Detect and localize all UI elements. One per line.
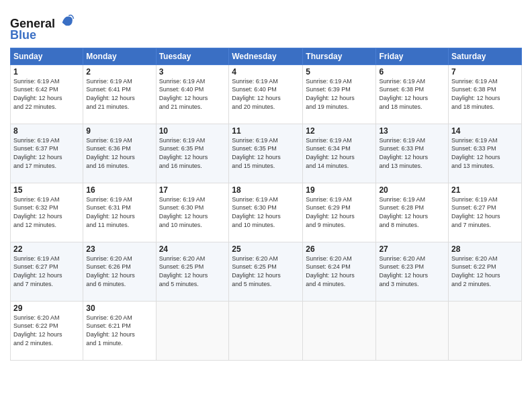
calendar-table: SundayMondayTuesdayWednesdayThursdayFrid… [10,48,522,361]
day-info: Sunrise: 6:19 AM Sunset: 6:27 PM Dayligh… [13,255,80,288]
calendar-cell: 17Sunrise: 6:19 AM Sunset: 6:30 PM Dayli… [156,183,229,242]
day-info: Sunrise: 6:20 AM Sunset: 6:25 PM Dayligh… [232,255,300,288]
day-number: 9 [86,126,152,136]
calendar-cell: 15Sunrise: 6:19 AM Sunset: 6:32 PM Dayli… [11,183,83,242]
day-number: 22 [13,244,80,254]
calendar-cell: 20Sunrise: 6:19 AM Sunset: 6:28 PM Dayli… [376,183,449,242]
day-header-sunday: Sunday [11,48,83,64]
day-info: Sunrise: 6:19 AM Sunset: 6:28 PM Dayligh… [379,195,445,229]
day-header-monday: Monday [83,48,156,64]
day-info: Sunrise: 6:19 AM Sunset: 6:33 PM Dayligh… [379,136,445,170]
day-number: 3 [159,67,226,77]
day-info: Sunrise: 6:19 AM Sunset: 6:35 PM Dayligh… [232,136,300,170]
calendar-week-row: 15Sunrise: 6:19 AM Sunset: 6:32 PM Dayli… [11,183,522,242]
day-number: 24 [159,244,226,254]
calendar-cell: 12Sunrise: 6:19 AM Sunset: 6:34 PM Dayli… [303,124,376,183]
day-info: Sunrise: 6:19 AM Sunset: 6:30 PM Dayligh… [159,195,226,229]
day-number: 4 [232,67,300,77]
day-number: 30 [86,304,152,313]
day-number: 21 [451,185,519,195]
calendar-cell: 11Sunrise: 6:19 AM Sunset: 6:35 PM Dayli… [229,124,303,183]
calendar-cell [156,301,229,360]
calendar-cell: 5Sunrise: 6:19 AM Sunset: 6:39 PM Daylig… [303,64,376,124]
calendar-body: 1Sunrise: 6:19 AM Sunset: 6:42 PM Daylig… [11,64,522,360]
calendar-cell: 9Sunrise: 6:19 AM Sunset: 6:36 PM Daylig… [83,124,156,183]
calendar-cell: 23Sunrise: 6:20 AM Sunset: 6:26 PM Dayli… [83,242,156,301]
calendar-cell: 19Sunrise: 6:19 AM Sunset: 6:29 PM Dayli… [303,183,376,242]
day-info: Sunrise: 6:19 AM Sunset: 6:36 PM Dayligh… [86,136,152,170]
calendar-cell: 25Sunrise: 6:20 AM Sunset: 6:25 PM Dayli… [229,242,303,301]
calendar-cell: 10Sunrise: 6:19 AM Sunset: 6:35 PM Dayli… [156,124,229,183]
logo-icon [60,13,75,28]
calendar-cell: 26Sunrise: 6:20 AM Sunset: 6:24 PM Dayli… [303,242,376,301]
day-header-friday: Friday [376,48,449,64]
day-info: Sunrise: 6:20 AM Sunset: 6:25 PM Dayligh… [159,255,226,288]
day-number: 7 [451,67,519,77]
calendar-cell: 4Sunrise: 6:19 AM Sunset: 6:40 PM Daylig… [229,64,303,124]
day-info: Sunrise: 6:19 AM Sunset: 6:40 PM Dayligh… [232,77,300,111]
day-number: 16 [86,185,152,195]
day-header-wednesday: Wednesday [229,48,303,64]
calendar-cell: 2Sunrise: 6:19 AM Sunset: 6:41 PM Daylig… [83,64,156,124]
day-info: Sunrise: 6:19 AM Sunset: 6:37 PM Dayligh… [13,136,80,170]
calendar-header-row: SundayMondayTuesdayWednesdayThursdayFrid… [11,48,522,64]
day-info: Sunrise: 6:20 AM Sunset: 6:26 PM Dayligh… [86,255,152,288]
day-info: Sunrise: 6:19 AM Sunset: 6:41 PM Dayligh… [86,77,152,111]
day-number: 5 [306,67,373,77]
day-info: Sunrise: 6:19 AM Sunset: 6:35 PM Dayligh… [159,136,226,170]
calendar-cell: 21Sunrise: 6:19 AM Sunset: 6:27 PM Dayli… [449,183,522,242]
calendar-cell: 6Sunrise: 6:19 AM Sunset: 6:38 PM Daylig… [376,64,449,124]
day-info: Sunrise: 6:19 AM Sunset: 6:27 PM Dayligh… [451,195,519,229]
day-info: Sunrise: 6:20 AM Sunset: 6:24 PM Dayligh… [306,255,373,288]
day-number: 1 [13,67,80,77]
day-number: 25 [232,244,300,254]
day-info: Sunrise: 6:20 AM Sunset: 6:22 PM Dayligh… [451,255,519,288]
calendar-cell: 29Sunrise: 6:20 AM Sunset: 6:22 PM Dayli… [11,301,83,360]
calendar-cell [229,301,303,360]
day-number: 13 [379,126,445,136]
calendar-cell: 28Sunrise: 6:20 AM Sunset: 6:22 PM Dayli… [449,242,522,301]
day-number: 28 [451,244,519,254]
calendar-cell [303,301,376,360]
calendar-page: General Blue SundayMondayTuesdayWednesda… [0,0,532,411]
day-number: 18 [232,185,300,195]
day-info: Sunrise: 6:19 AM Sunset: 6:39 PM Dayligh… [306,77,373,111]
day-info: Sunrise: 6:19 AM Sunset: 6:42 PM Dayligh… [13,77,80,111]
day-number: 19 [306,185,373,195]
day-number: 8 [13,126,80,136]
logo: General Blue [10,13,75,42]
day-number: 27 [379,244,445,254]
calendar-cell: 16Sunrise: 6:19 AM Sunset: 6:31 PM Dayli… [83,183,156,242]
calendar-cell [449,301,522,360]
day-info: Sunrise: 6:19 AM Sunset: 6:30 PM Dayligh… [232,195,300,229]
day-number: 2 [86,67,152,77]
day-info: Sunrise: 6:19 AM Sunset: 6:34 PM Dayligh… [306,136,373,170]
calendar-cell: 22Sunrise: 6:19 AM Sunset: 6:27 PM Dayli… [11,242,83,301]
calendar-week-row: 1Sunrise: 6:19 AM Sunset: 6:42 PM Daylig… [11,64,522,124]
calendar-cell: 14Sunrise: 6:19 AM Sunset: 6:33 PM Dayli… [449,124,522,183]
day-number: 20 [379,185,445,195]
day-number: 10 [159,126,226,136]
calendar-cell: 18Sunrise: 6:19 AM Sunset: 6:30 PM Dayli… [229,183,303,242]
calendar-cell: 24Sunrise: 6:20 AM Sunset: 6:25 PM Dayli… [156,242,229,301]
day-number: 26 [306,244,373,254]
day-info: Sunrise: 6:19 AM Sunset: 6:32 PM Dayligh… [13,195,80,229]
calendar-cell: 27Sunrise: 6:20 AM Sunset: 6:23 PM Dayli… [376,242,449,301]
calendar-cell: 8Sunrise: 6:19 AM Sunset: 6:37 PM Daylig… [11,124,83,183]
calendar-week-row: 22Sunrise: 6:19 AM Sunset: 6:27 PM Dayli… [11,242,522,301]
day-number: 14 [451,126,519,136]
day-number: 15 [13,185,80,195]
day-info: Sunrise: 6:19 AM Sunset: 6:31 PM Dayligh… [86,195,152,229]
day-info: Sunrise: 6:20 AM Sunset: 6:22 PM Dayligh… [13,314,80,347]
day-number: 11 [232,126,300,136]
calendar-cell: 13Sunrise: 6:19 AM Sunset: 6:33 PM Dayli… [376,124,449,183]
day-header-tuesday: Tuesday [156,48,229,64]
day-header-thursday: Thursday [303,48,376,64]
day-info: Sunrise: 6:20 AM Sunset: 6:23 PM Dayligh… [379,255,445,288]
header: General Blue [10,10,522,42]
day-info: Sunrise: 6:20 AM Sunset: 6:21 PM Dayligh… [86,314,152,347]
day-number: 12 [306,126,373,136]
day-info: Sunrise: 6:19 AM Sunset: 6:40 PM Dayligh… [159,77,226,111]
day-info: Sunrise: 6:19 AM Sunset: 6:29 PM Dayligh… [306,195,373,229]
calendar-week-row: 29Sunrise: 6:20 AM Sunset: 6:22 PM Dayli… [11,301,522,360]
